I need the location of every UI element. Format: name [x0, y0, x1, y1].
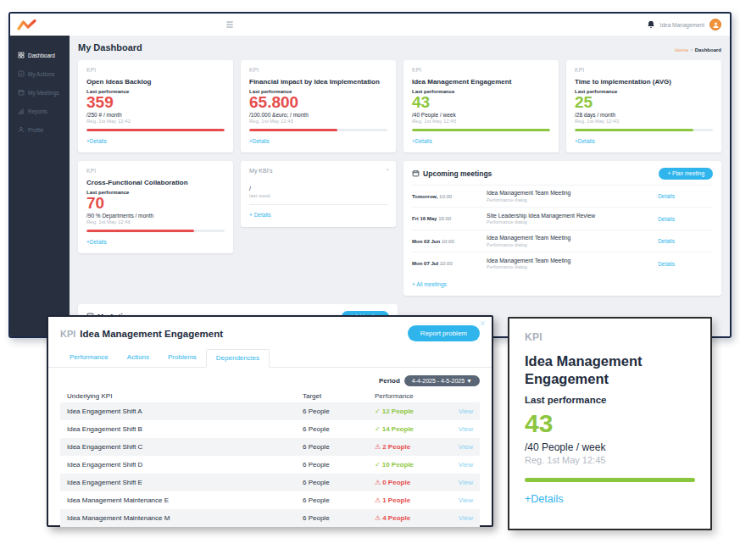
view-link[interactable]: View	[459, 461, 473, 469]
kpi-title: Idea Management Engagement	[412, 78, 550, 86]
table-row: Idea Engagement Shift E 6 People ⚠0 Peop…	[60, 474, 480, 491]
modal-tabs: Performance Actions Problems Dependencie…	[48, 349, 492, 368]
meeting-date: Tomorrow,	[412, 194, 437, 199]
table-row: Idea Engagement Shift A 6 People ✓12 Peo…	[60, 402, 480, 420]
modal-title: Idea Management Engagement	[80, 329, 223, 339]
performance-text: 4 People	[382, 514, 410, 522]
view-link[interactable]: View	[459, 479, 473, 486]
kpi-progress-fill	[249, 129, 337, 131]
view-link[interactable]: View	[459, 514, 473, 522]
bar-chart-icon	[18, 108, 25, 114]
view-cell: View	[444, 496, 473, 504]
kpi-unit: /250 # / month	[86, 112, 225, 118]
performance-value: ✓14 People	[375, 425, 444, 433]
performance-value: ⚠2 People	[375, 443, 444, 451]
report-problem-button[interactable]: Report problem	[408, 325, 480, 341]
avatar[interactable]	[709, 19, 721, 30]
table-body: Idea Engagement Shift A 6 People ✓12 Peo…	[60, 402, 480, 527]
user-icon	[18, 126, 25, 133]
details-link[interactable]: +Details	[86, 138, 107, 144]
zoomed-kpi-card: KPI Idea Management Engagement Last perf…	[508, 317, 712, 530]
period-dropdown[interactable]: 4-4-2025 - 4-5-2025 ▼	[404, 375, 480, 386]
sidebar-item-my-meetings[interactable]: My Meetings	[10, 83, 70, 102]
col-header-view	[444, 392, 473, 400]
sidebar-item-reports[interactable]: Reports	[10, 102, 70, 120]
sidebar-item-label: My Actions	[28, 71, 54, 77]
meeting-date: Mon 07 Jul	[412, 261, 438, 266]
meeting-details-link[interactable]: Details	[658, 238, 675, 244]
details-link[interactable]: +Details	[249, 138, 270, 144]
page-title: My Dashboard	[78, 42, 142, 53]
meeting-body: Site Leadership Idea Management Review P…	[487, 213, 658, 225]
view-cell: View	[444, 461, 473, 469]
breadcrumb: Home>Dashboard	[675, 47, 721, 53]
kpi-row-2: KPI Cross-Functional Collaboration Last …	[78, 161, 721, 296]
meeting-body: Idea Management Team Meeting Performance…	[487, 235, 658, 247]
details-link[interactable]: +Details	[575, 138, 595, 144]
meeting-body: Idea Management Team Meeting Performance…	[487, 190, 658, 202]
underlying-kpi: Idea Management Maintenance M	[67, 514, 303, 522]
view-link[interactable]: View	[459, 425, 473, 433]
view-link[interactable]: View	[459, 443, 473, 451]
target-value: 6 People	[303, 496, 375, 504]
details-link[interactable]: +Details	[412, 138, 432, 144]
sidebar-item-dashboard[interactable]: Dashboard	[10, 46, 70, 64]
details-link[interactable]: +Details	[525, 493, 564, 505]
kpi-progress-fill	[86, 230, 194, 232]
kpi-progress-track	[412, 129, 550, 131]
kpi-tag: KPI	[525, 331, 695, 343]
details-link[interactable]: +Details	[86, 239, 107, 245]
kpi-tag: KPI	[412, 67, 550, 73]
add-kbi-icon[interactable]: +	[386, 167, 389, 173]
details-link[interactable]: + Details	[249, 212, 270, 218]
meeting-date: Fri 16 May	[412, 216, 437, 221]
breadcrumb-separator: >	[690, 47, 693, 53]
content-header: My Dashboard Home>Dashboard	[78, 42, 721, 53]
view-link[interactable]: View	[459, 496, 473, 504]
tab-dependencies[interactable]: Dependencies	[206, 349, 270, 368]
kpi-unit: /40 People / week	[412, 112, 550, 118]
all-meetings-link[interactable]: + All meetings	[412, 281, 447, 287]
sidebar-item-profile[interactable]: Profile	[10, 120, 70, 139]
meetings-title-text: Upcoming meetings	[423, 169, 492, 178]
sidebar-item-label: Dashboard	[28, 53, 55, 58]
modal-header: KPI Idea Management Engagement Report pr…	[48, 317, 492, 345]
underlying-kpi: Idea Engagement Shift A	[67, 408, 303, 415]
bell-icon[interactable]	[647, 20, 655, 29]
kpi-reg-timestamp: Reg. 1st May 12:45	[412, 119, 550, 124]
close-icon[interactable]: ✕	[479, 319, 486, 328]
view-link[interactable]: View	[459, 408, 473, 415]
meeting-details-link[interactable]: Details	[658, 261, 675, 267]
breadcrumb-home-link[interactable]: Home	[675, 47, 688, 53]
target-value: 6 People	[303, 408, 375, 415]
meeting-details-link[interactable]: Details	[658, 216, 675, 222]
meeting-title: Idea Management Team Meeting	[487, 258, 658, 263]
status-icon: ⚠	[375, 514, 381, 522]
upcoming-meetings-panel: Upcoming meetings + Plan meeting Tomorro…	[403, 161, 721, 296]
tab-actions[interactable]: Actions	[118, 349, 159, 367]
plan-meeting-button[interactable]: + Plan meeting	[659, 168, 713, 180]
sidebar-item-my-actions[interactable]: My Actions	[10, 64, 70, 83]
meeting-row: Mon 07 Jul 10:00 Idea Management Team Me…	[412, 252, 713, 274]
col-header-underlying-kpi: Underlying KPI	[67, 392, 303, 400]
performance-value: ✓12 People	[375, 408, 444, 415]
performance-text: 1 People	[382, 496, 410, 504]
meeting-title: Idea Management Team Meeting	[487, 235, 658, 241]
kpi-title: Cross-Functional Collaboration	[86, 179, 225, 186]
kpi-unit: /100.000 &euro; / month	[249, 112, 387, 118]
hamburger-menu-icon[interactable]	[226, 21, 233, 28]
underlying-kpi: Idea Engagement Shift D	[67, 461, 303, 469]
period-value: 4-4-2025 - 4-5-2025	[412, 378, 465, 384]
tab-performance[interactable]: Performance	[60, 349, 118, 367]
col-header-target: Target	[303, 392, 375, 400]
kpi-card-cross-functional-collaboration: KPI Cross-Functional Collaboration Last …	[78, 161, 233, 253]
tab-problems[interactable]: Problems	[159, 349, 206, 367]
dashboard-grid-icon	[18, 52, 25, 58]
kpi-unit: /28 days / month	[575, 112, 713, 118]
meeting-details-link[interactable]: Details	[658, 193, 675, 199]
table-row: Idea Management Maintenance M 6 People ⚠…	[60, 509, 480, 527]
meeting-row: Tomorrow, 10:00 Idea Management Team Mee…	[412, 185, 713, 208]
meeting-time: 10:00	[440, 261, 453, 266]
performance-value: ⚠4 People	[375, 514, 444, 522]
meeting-when: Fri 16 May 15:00	[412, 216, 487, 221]
